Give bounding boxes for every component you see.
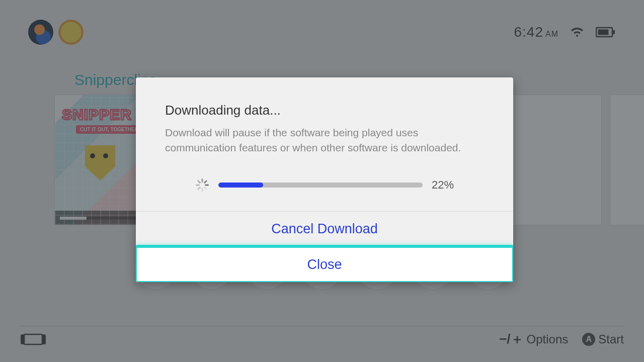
dialog-actions: Cancel Download Close <box>136 211 513 282</box>
dialog-title: Downloading data... <box>165 103 484 118</box>
spinner-icon <box>195 178 209 192</box>
progress-bar <box>218 183 423 188</box>
progress-percent-label: 22% <box>432 178 459 192</box>
close-button[interactable]: Close <box>136 247 513 282</box>
progress-row: 22% <box>165 178 484 192</box>
download-dialog: Downloading data... Download will pause … <box>136 77 513 282</box>
dialog-message: Download will pause if the software bein… <box>165 125 484 156</box>
cancel-download-button[interactable]: Cancel Download <box>136 212 513 247</box>
